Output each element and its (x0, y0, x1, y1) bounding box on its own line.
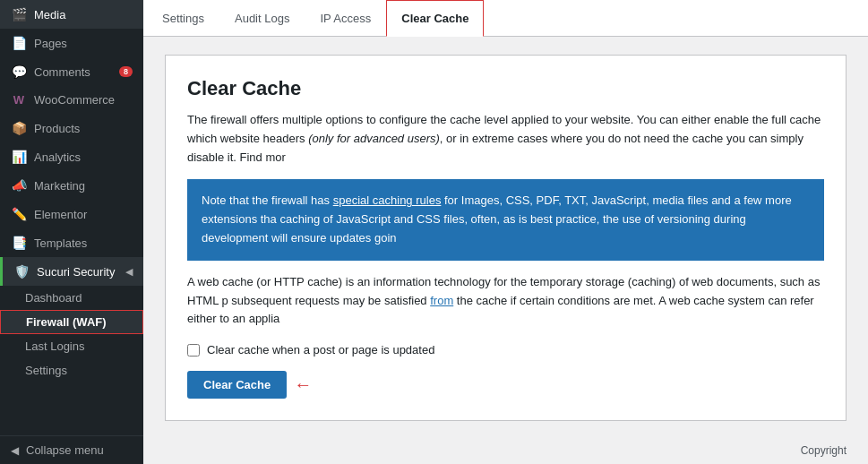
chevron-left-icon: ◀ (125, 266, 133, 278)
sub-item-label: Dashboard (25, 291, 82, 305)
copyright-text: Copyright (801, 444, 847, 457)
sidebar-item-media[interactable]: 🎬 Media (0, 0, 143, 29)
footer: Copyright (143, 437, 868, 464)
advanced-users-note: (only for advanced users) (308, 132, 440, 145)
sub-item-label: Last Logins (25, 339, 85, 353)
sidebar-item-label: Marketing (34, 179, 85, 193)
clear-cache-button[interactable]: Clear Cache (187, 371, 287, 399)
sidebar-item-label: Analytics (34, 150, 81, 164)
media-icon: 🎬 (11, 7, 27, 21)
sidebar-item-sucuri[interactable]: 🛡️ Sucuri Security ◀ (0, 257, 143, 286)
pages-icon: 📄 (11, 36, 27, 50)
web-cache-description: A web cache (or HTTP cache) is an inform… (187, 273, 824, 329)
sub-item-label: Firewall (WAF) (26, 315, 107, 329)
tab-audit-logs[interactable]: Audit Logs (219, 0, 305, 37)
main-content: Settings Audit Logs IP Access Clear Cach… (143, 0, 868, 464)
sidebar-item-pages[interactable]: 📄 Pages (0, 29, 143, 57)
info-box: Note that the firewall has special cachi… (187, 179, 824, 260)
sidebar-item-analytics[interactable]: 📊 Analytics (0, 142, 143, 171)
sidebar-sub-settings[interactable]: Settings (0, 358, 143, 382)
checkbox-row: Clear cache when a post or page is updat… (187, 343, 824, 357)
elementor-icon: ✏️ (11, 207, 27, 221)
tab-bar: Settings Audit Logs IP Access Clear Cach… (143, 0, 868, 37)
sidebar-item-woocommerce[interactable]: W WooCommerce (0, 86, 143, 114)
comments-badge: 8 (119, 66, 133, 77)
sidebar-item-label: Sucuri Security (37, 265, 115, 279)
button-row: Clear Cache ← (187, 371, 824, 399)
sidebar-item-marketing[interactable]: 📣 Marketing (0, 171, 143, 200)
sidebar-sub-dashboard[interactable]: Dashboard (0, 286, 143, 310)
sidebar-item-elementor[interactable]: ✏️ Elementor (0, 200, 143, 228)
sidebar-item-label: Pages (34, 37, 67, 50)
tab-ip-access[interactable]: IP Access (305, 0, 386, 37)
sidebar-item-comments[interactable]: 💬 Comments 8 (0, 57, 143, 86)
sidebar-item-label: Comments (34, 65, 90, 79)
sucuri-icon: 🛡️ (13, 264, 30, 279)
comments-icon: 💬 (11, 64, 27, 79)
checkbox-label: Clear cache when a post or page is updat… (207, 343, 434, 357)
content-area: Clear Cache The firewall offers multiple… (143, 37, 868, 437)
sidebar-item-label: WooCommerce (34, 93, 115, 107)
sub-item-label: Settings (25, 364, 67, 377)
sidebar-item-label: Templates (34, 236, 87, 250)
collapse-icon: ◀ (11, 444, 19, 457)
page-title: Clear Cache (187, 77, 824, 100)
marketing-icon: 📣 (11, 178, 27, 193)
arrow-indicator: ← (294, 374, 312, 395)
content-card: Clear Cache The firewall offers multiple… (165, 55, 847, 421)
special-caching-rules-link[interactable]: special caching rules (333, 193, 442, 207)
sidebar-sub-last-logins[interactable]: Last Logins (0, 334, 143, 358)
tab-clear-cache[interactable]: Clear Cache (386, 0, 484, 37)
clear-cache-checkbox[interactable] (187, 344, 200, 357)
sidebar-item-label: Media (34, 8, 65, 21)
content-description: The firewall offers multiple options to … (187, 111, 824, 167)
woocommerce-icon: W (11, 93, 27, 107)
sidebar-item-label: Elementor (34, 208, 87, 221)
collapse-label: Collapse menu (26, 443, 104, 457)
sidebar-item-templates[interactable]: 📑 Templates (0, 228, 143, 257)
sidebar-item-products[interactable]: 📦 Products (0, 114, 143, 142)
sidebar-item-label: Products (34, 122, 80, 135)
sidebar-sub-firewall[interactable]: Firewall (WAF) (0, 310, 143, 334)
templates-icon: 📑 (11, 236, 27, 250)
sidebar: 🎬 Media 📄 Pages 💬 Comments 8 W WooCommer… (0, 0, 143, 464)
from-link[interactable]: from (430, 294, 453, 307)
analytics-icon: 📊 (11, 150, 27, 164)
tab-settings[interactable]: Settings (147, 0, 219, 37)
products-icon: 📦 (11, 121, 27, 135)
collapse-menu[interactable]: ◀ Collapse menu (0, 435, 143, 464)
